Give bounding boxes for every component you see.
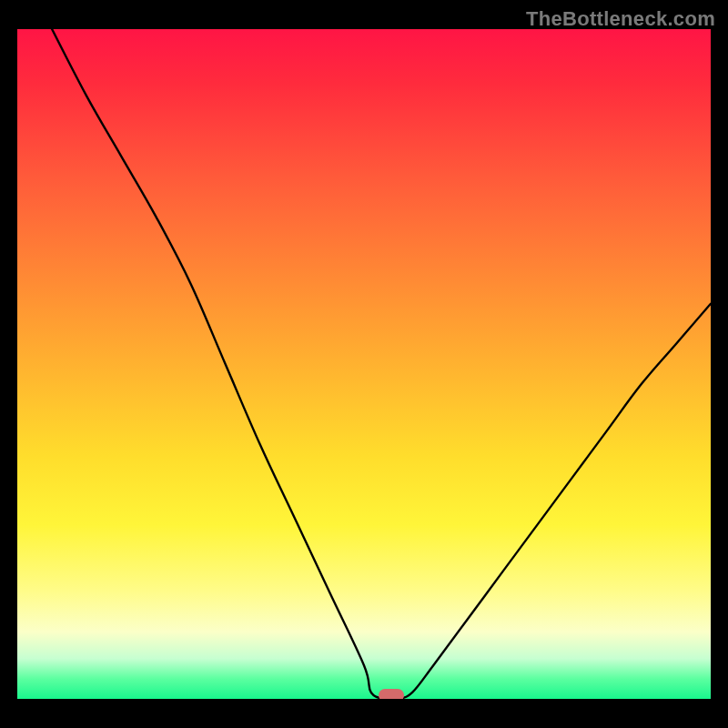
- bottleneck-curve-line: [52, 29, 711, 699]
- optimal-point-marker: [379, 689, 404, 699]
- chart-frame: TheBottleneck.com: [0, 0, 728, 728]
- curve-svg: [17, 29, 711, 699]
- watermark-text: TheBottleneck.com: [526, 7, 715, 31]
- plot-area: [17, 29, 711, 699]
